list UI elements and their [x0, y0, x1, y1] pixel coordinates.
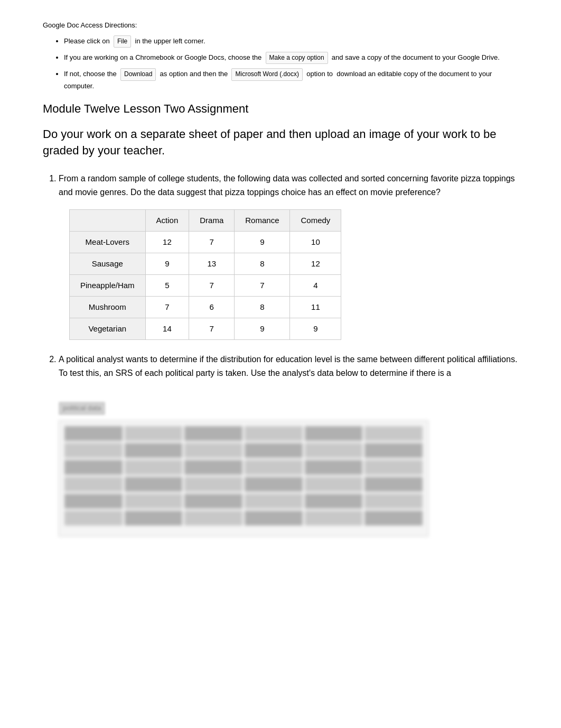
- row-romance-meat-lovers: 9: [235, 232, 290, 253]
- row-drama-vegetarian: 7: [189, 318, 235, 340]
- table-header-comedy: Comedy: [290, 210, 341, 232]
- question-1: From a random sample of college students…: [59, 172, 518, 340]
- table-header-drama: Drama: [189, 210, 235, 232]
- row-comedy-pineapple: 4: [290, 275, 341, 297]
- row-romance-mushroom: 8: [235, 297, 290, 318]
- row-comedy-meat-lovers: 10: [290, 232, 341, 253]
- table-row: Sausage 9 13 8 12: [70, 253, 341, 275]
- bullet-2: If you are working on a Chromebook or Go…: [64, 52, 518, 64]
- row-action-vegetarian: 14: [145, 318, 189, 340]
- table-header-empty: [70, 210, 146, 232]
- row-action-meat-lovers: 12: [145, 232, 189, 253]
- directions-header: Google Doc Access Directions:: [43, 21, 518, 29]
- blurred-label: political data: [59, 402, 105, 415]
- row-label-meat-lovers: Meat-Lovers: [70, 232, 146, 253]
- directions-list: Please click on File in the upper left c…: [43, 35, 518, 91]
- table-row: Mushroom 7 6 8 11: [70, 297, 341, 318]
- row-comedy-vegetarian: 9: [290, 318, 341, 340]
- row-drama-sausage: 13: [189, 253, 235, 275]
- question1-text: From a random sample of college students…: [59, 174, 515, 197]
- bullet1-suffix: in the upper left corner.: [135, 37, 205, 45]
- row-drama-pineapple: 7: [189, 275, 235, 297]
- download-highlight: Download: [120, 68, 156, 80]
- bullet2-prefix: If you are working on a Chromebook or Go…: [64, 53, 261, 61]
- row-action-pineapple: 5: [145, 275, 189, 297]
- question2-text: A political analyst wants to determine i…: [59, 355, 517, 377]
- questions-list: From a random sample of college students…: [43, 172, 518, 537]
- table-row: Vegetarian 14 7 9 9: [70, 318, 341, 340]
- pizza-data-table: Action Drama Romance Comedy Meat-Lovers …: [69, 209, 341, 340]
- blurred-table: [59, 420, 428, 537]
- row-label-pineapple: Pineapple/Ham: [70, 275, 146, 297]
- row-action-sausage: 9: [145, 253, 189, 275]
- file-highlight: File: [114, 35, 131, 48]
- row-label-mushroom: Mushroom: [70, 297, 146, 318]
- row-romance-pineapple: 7: [235, 275, 290, 297]
- bullet-1: Please click on File in the upper left c…: [64, 35, 518, 48]
- word-highlight: Microsoft Word (.docx): [231, 68, 302, 80]
- table-row: Meat-Lovers 12 7 9 10: [70, 232, 341, 253]
- table-header-action: Action: [145, 210, 189, 232]
- row-romance-sausage: 8: [235, 253, 290, 275]
- table-row: Pineapple/Ham 5 7 7 4: [70, 275, 341, 297]
- row-label-sausage: Sausage: [70, 253, 146, 275]
- row-comedy-sausage: 12: [290, 253, 341, 275]
- blurred-section: political data: [59, 401, 518, 537]
- bullet3-option-to: option to: [306, 70, 333, 78]
- row-drama-mushroom: 6: [189, 297, 235, 318]
- row-comedy-mushroom: 11: [290, 297, 341, 318]
- make-copy-highlight: Make a copy option: [266, 52, 328, 64]
- module-title: Module Twelve Lesson Two Assignment: [43, 102, 518, 116]
- row-drama-meat-lovers: 7: [189, 232, 235, 253]
- bullet2-suffix: and save a copy of the document to your …: [332, 53, 500, 61]
- row-romance-vegetarian: 9: [235, 318, 290, 340]
- row-label-vegetarian: Vegetarian: [70, 318, 146, 340]
- bullet-3: If not, choose the Download as option an…: [64, 68, 518, 91]
- intro-text: Do your work on a separate sheet of pape…: [43, 126, 518, 159]
- page-container: Google Doc Access Directions: Please cli…: [43, 21, 518, 537]
- row-action-mushroom: 7: [145, 297, 189, 318]
- bullet3-prefix: If not, choose the: [64, 70, 117, 78]
- table-header-row: Action Drama Romance Comedy: [70, 210, 341, 232]
- table-header-romance: Romance: [235, 210, 290, 232]
- question-2: A political analyst wants to determine i…: [59, 353, 518, 537]
- bullet3-middle: as option and then the: [160, 70, 228, 78]
- bullet1-prefix: Please click on: [64, 37, 110, 45]
